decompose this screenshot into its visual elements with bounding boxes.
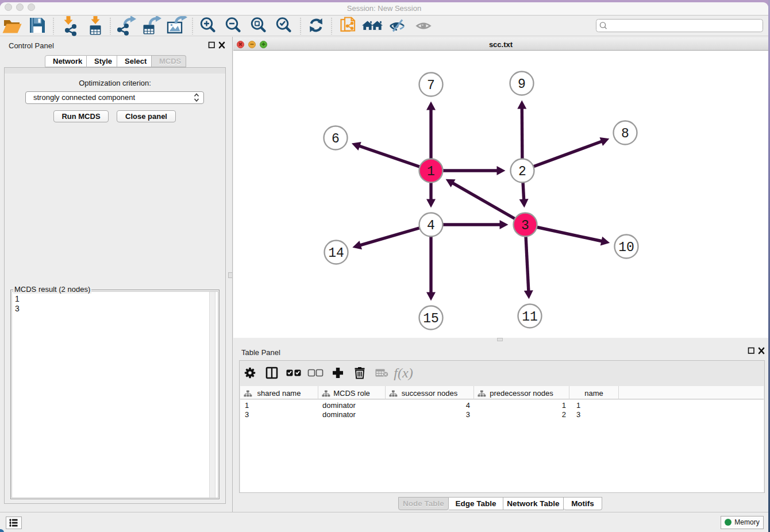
svg-text:1: 1 xyxy=(427,164,435,179)
svg-text:7: 7 xyxy=(427,78,435,93)
svg-text:2: 2 xyxy=(518,164,526,179)
svg-text:11: 11 xyxy=(522,310,538,325)
svg-text:6: 6 xyxy=(332,132,340,147)
svg-text:9: 9 xyxy=(518,77,526,92)
svg-text:f(x): f(x) xyxy=(394,365,413,380)
svg-text:4: 4 xyxy=(427,218,435,233)
svg-text:10: 10 xyxy=(618,240,634,255)
svg-text:15: 15 xyxy=(423,311,439,326)
svg-text:8: 8 xyxy=(621,126,629,141)
svg-text:3: 3 xyxy=(521,218,529,233)
svg-text:14: 14 xyxy=(328,246,344,261)
